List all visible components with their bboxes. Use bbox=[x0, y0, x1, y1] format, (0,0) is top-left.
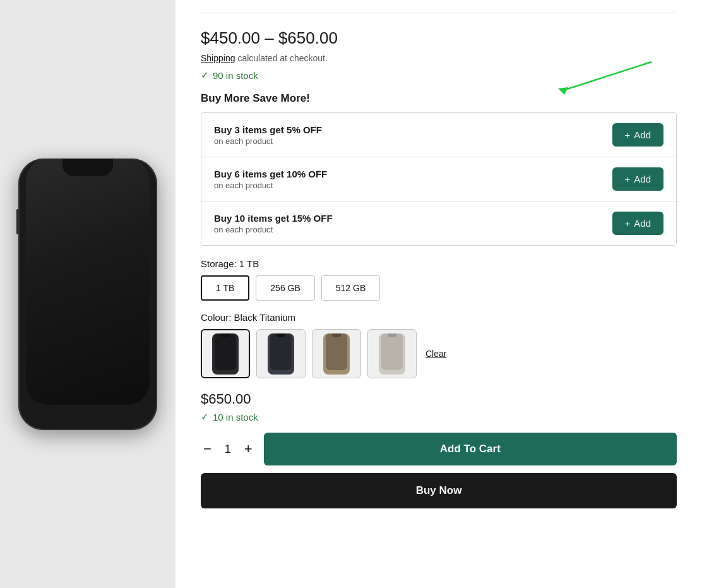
plus-icon-1: + bbox=[625, 129, 631, 140]
bulk-sub-2: on each product bbox=[214, 181, 327, 190]
bulk-title-3: Buy 10 items get 15% OFF bbox=[214, 213, 333, 224]
storage-options: 1 TB 256 GB 512 GB bbox=[201, 275, 677, 301]
page-wrapper: $450.00 – $650.00 Shipping calculated at… bbox=[0, 0, 702, 588]
add-label-1: Add bbox=[634, 129, 651, 140]
storage-label: Storage: 1 TB bbox=[201, 258, 677, 269]
bulk-add-btn-3[interactable]: + Add bbox=[612, 212, 663, 235]
colour-swatch-black[interactable] bbox=[201, 329, 250, 378]
colour-swatch-natural[interactable] bbox=[312, 329, 361, 378]
quantity-control: − 1 + bbox=[201, 442, 255, 456]
bulk-title-2: Buy 6 items get 10% OFF bbox=[214, 169, 327, 179]
variant-stock-line: ✓ 10 in stock bbox=[201, 411, 677, 423]
phone-image bbox=[18, 159, 157, 430]
bulk-row-1: Buy 3 items get 5% OFF on each product +… bbox=[201, 113, 676, 157]
price-single: $650.00 bbox=[201, 391, 677, 407]
add-label-2: Add bbox=[634, 174, 651, 184]
swatch-blue-phone bbox=[257, 330, 305, 378]
colour-swatch-blue[interactable] bbox=[256, 329, 306, 378]
shipping-text: calculated at checkout. bbox=[235, 53, 328, 63]
annotation-arrow bbox=[544, 56, 664, 97]
main-stock-text: 90 in stock bbox=[213, 70, 258, 81]
bulk-add-btn-2[interactable]: + Add bbox=[612, 167, 663, 191]
bulk-sub-3: on each product bbox=[214, 225, 333, 234]
storage-btn-256gb[interactable]: 256 GB bbox=[256, 275, 314, 301]
svg-marker-1 bbox=[558, 87, 568, 95]
quantity-increase-btn[interactable]: + bbox=[242, 442, 255, 456]
variant-stock-checkmark-icon: ✓ bbox=[201, 411, 209, 423]
colour-options: Clear bbox=[201, 329, 677, 378]
price-range: $450.00 – $650.00 bbox=[201, 28, 677, 48]
product-image-section bbox=[0, 0, 176, 588]
svg-line-0 bbox=[563, 62, 651, 90]
phone-notch bbox=[62, 159, 113, 176]
swatch-black-phone bbox=[202, 330, 249, 377]
top-divider bbox=[201, 13, 677, 13]
plus-icon-3: + bbox=[625, 218, 631, 229]
buy-now-btn[interactable]: Buy Now bbox=[201, 473, 677, 508]
colour-clear-btn[interactable]: Clear bbox=[425, 349, 446, 359]
colour-label: Colour: Black Titanium bbox=[201, 312, 677, 323]
bulk-text-3: Buy 10 items get 15% OFF on each product bbox=[214, 213, 333, 234]
variant-stock-text: 10 in stock bbox=[213, 412, 258, 423]
bulk-sub-1: on each product bbox=[214, 136, 322, 146]
quantity-cart-row: − 1 + Add To Cart bbox=[201, 433, 677, 465]
storage-section: Storage: 1 TB 1 TB 256 GB 512 GB bbox=[201, 258, 677, 301]
add-label-3: Add bbox=[634, 218, 651, 229]
quantity-decrease-btn[interactable]: − bbox=[201, 442, 214, 456]
colour-section: Colour: Black Titanium bbox=[201, 312, 677, 378]
colour-swatch-white[interactable] bbox=[367, 329, 417, 378]
bulk-title-1: Buy 3 items get 5% OFF bbox=[214, 124, 322, 135]
phone-screen bbox=[26, 159, 150, 405]
quantity-value: 1 bbox=[222, 443, 234, 456]
bulk-box: Buy 3 items get 5% OFF on each product +… bbox=[201, 112, 677, 246]
swatch-white-phone bbox=[368, 330, 416, 378]
swatch-natural-phone bbox=[312, 330, 360, 378]
plus-icon-2: + bbox=[625, 174, 631, 184]
shipping-link[interactable]: Shipping bbox=[201, 53, 235, 63]
storage-btn-1tb[interactable]: 1 TB bbox=[201, 275, 249, 301]
bulk-row-2: Buy 6 items get 10% OFF on each product … bbox=[201, 157, 676, 201]
bulk-row-3: Buy 10 items get 15% OFF on each product… bbox=[201, 201, 676, 245]
product-details-section: $450.00 – $650.00 Shipping calculated at… bbox=[176, 0, 702, 588]
phone-side-buttons bbox=[16, 209, 18, 234]
add-to-cart-btn[interactable]: Add To Cart bbox=[264, 433, 677, 465]
stock-checkmark-icon: ✓ bbox=[201, 69, 209, 81]
bulk-add-btn-1[interactable]: + Add bbox=[612, 123, 663, 147]
bulk-text-2: Buy 6 items get 10% OFF on each product bbox=[214, 169, 327, 190]
storage-btn-512gb[interactable]: 512 GB bbox=[321, 275, 380, 301]
bulk-text-1: Buy 3 items get 5% OFF on each product bbox=[214, 124, 322, 146]
